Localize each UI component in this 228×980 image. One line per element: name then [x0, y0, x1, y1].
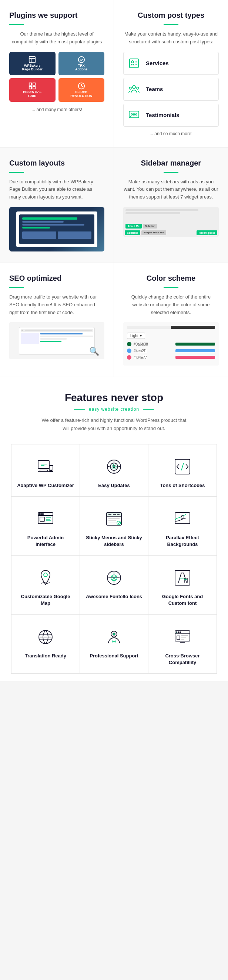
svg-point-45	[178, 632, 179, 633]
post-type-services: Services	[123, 52, 219, 75]
testimonials-icon	[127, 108, 141, 122]
sidebar-manager-title: Sidebar manager	[123, 159, 219, 167]
custom-post-title: Custom post types	[123, 11, 219, 20]
teams-icon	[127, 83, 141, 96]
sidebar-manager-underline	[164, 172, 178, 173]
feature-fontello: Awesome Fontello Icons	[80, 555, 148, 614]
color-hex-2: #4ea2f1	[134, 349, 173, 353]
teams-label: Teams	[146, 86, 163, 92]
svg-point-44	[176, 632, 177, 633]
color-swatch-2	[176, 349, 215, 352]
custom-layouts-desc: Due to compatibility with the WPBakery P…	[9, 178, 104, 201]
plugins-underline	[9, 24, 24, 25]
seo-image: 🔍	[9, 322, 104, 359]
easy-updates-icon	[103, 455, 125, 478]
browser-content	[21, 333, 93, 344]
light-dropdown[interactable]: Light ▾	[127, 332, 145, 339]
services-icon	[127, 57, 141, 70]
post-type-testimonials: Testimonials	[123, 104, 219, 127]
svg-rect-4	[29, 87, 32, 89]
post-type-teams: Teams	[123, 78, 219, 101]
fonts-icon	[171, 567, 193, 589]
browser-main	[40, 333, 93, 344]
feature-label-map: Customizable Google Map	[17, 593, 74, 607]
page-wrapper: Plugins we support Our theme has the hig…	[0, 0, 228, 681]
plugin-trx-label: TRXAddons	[75, 64, 88, 72]
color-dot-2	[127, 348, 131, 353]
svg-rect-2	[29, 83, 32, 85]
color-row-2: #4ea2f1	[127, 348, 215, 353]
custom-layouts-title: Custom layouts	[9, 159, 104, 167]
feature-label-updates: Easy Updates	[98, 482, 130, 489]
plugins-column: Plugins we support Our theme has the hig…	[0, 0, 114, 147]
browser-line-1	[40, 333, 82, 334]
feature-easy-updates: Easy Updates	[80, 444, 148, 496]
plugin-trx: TRXAddons	[59, 52, 105, 76]
widget-buttons: Contents Widgets above title Recent post…	[123, 229, 219, 237]
plugins-title: Plugins we support	[9, 11, 104, 20]
plugins-grid: WPBakeryPage Builder TRXAddons	[9, 52, 104, 102]
svg-rect-18	[38, 471, 49, 472]
svg-point-8	[131, 61, 134, 63]
browser-line-3	[40, 338, 66, 340]
svg-rect-5	[33, 87, 35, 89]
color-row-3: #f04e77	[127, 355, 215, 360]
custom-layouts-underline	[9, 172, 24, 173]
chevron-down-icon: ▾	[140, 334, 142, 338]
plugin-essential: ESSENTIALGRID	[9, 78, 55, 102]
top-section: Plugins we support Our theme has the hig…	[0, 0, 228, 147]
svg-point-15	[135, 114, 137, 115]
search-icon: 🔍	[89, 347, 99, 356]
mid-section: Custom layouts Due to compatibility with…	[0, 147, 228, 262]
browser-line-2	[40, 336, 93, 337]
feature-label-sticky: Sticky Menus and Sticky sidebars	[86, 535, 142, 548]
browser-bar	[21, 329, 93, 332]
sidebar-manager-column: Sidebar manager Make as many sidebars wi…	[114, 148, 228, 262]
features-title: Features never stop	[11, 392, 217, 404]
features-section: Features never stop easy website creatio…	[0, 377, 228, 681]
color-scheme-column: Color scheme Quickly change the color of…	[114, 263, 228, 377]
plugin-slider: SLIDERREVOLUTION	[59, 78, 105, 102]
shortcodes-icon	[171, 455, 193, 478]
recent-posts-btn[interactable]: Recent posts	[196, 231, 217, 235]
feature-label-admin: Powerful Admin Interface	[17, 535, 74, 548]
feature-label-fontello: Awesome Fontello Icons	[86, 593, 142, 600]
color-dot-1	[127, 342, 131, 346]
feature-adaptive-wp: Adaptive WP Customizer	[11, 444, 79, 496]
feature-label-fonts: Google Fonts and Custom font	[154, 593, 211, 607]
feature-admin: Powerful Admin Interface	[11, 497, 79, 555]
contents-btn[interactable]: Contents	[125, 231, 140, 235]
lower-mid-section: SEO optimized Drag more traffic to your …	[0, 262, 228, 377]
about-me-btn[interactable]: About Me	[125, 224, 142, 229]
color-hex-3: #f04e77	[134, 356, 173, 360]
svg-rect-7	[130, 59, 138, 68]
svg-point-29	[41, 513, 42, 514]
plugin-wpbakery: WPBakeryPage Builder	[9, 52, 55, 76]
plugins-and-more: ... and many more others!	[9, 107, 104, 112]
plugins-desc: Our theme has the highest level of compa…	[9, 30, 104, 46]
translation-icon	[35, 626, 57, 648]
svg-point-13	[131, 114, 133, 115]
plugin-wpbakery-label: WPBakeryPage Builder	[22, 64, 43, 72]
fontello-icon	[103, 567, 125, 589]
color-preview-bar	[127, 326, 215, 329]
plugin-slider-label: SLIDERREVOLUTION	[70, 90, 92, 98]
widgets-above-btn[interactable]: Widgets above title	[141, 231, 166, 235]
support-icon	[103, 626, 125, 648]
feature-label-translation: Translation Ready	[25, 652, 66, 659]
svg-rect-27	[40, 517, 44, 522]
svg-point-9	[133, 86, 135, 89]
color-scheme-title: Color scheme	[123, 274, 219, 283]
feature-support: Professional Support	[80, 615, 148, 673]
dropdown-label: Light	[130, 334, 138, 338]
color-hex-1: #0a6b38	[134, 342, 173, 346]
color-swatch-1	[176, 343, 215, 345]
svg-point-10	[129, 87, 131, 89]
adaptive-wp-icon	[35, 455, 57, 478]
color-swatch-3	[176, 356, 215, 359]
seo-column: SEO optimized Drag more traffic to your …	[0, 263, 114, 377]
sidebar-btn[interactable]: Sidebar	[143, 224, 157, 229]
custom-layouts-image	[9, 207, 104, 251]
svg-point-23	[113, 466, 115, 468]
cross-browser-icon	[171, 626, 193, 648]
